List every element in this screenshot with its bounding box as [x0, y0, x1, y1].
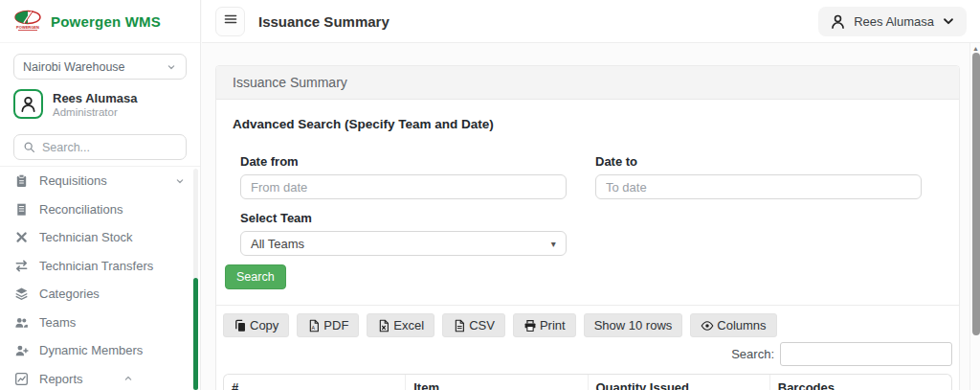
sidebar-item-requisitions[interactable]: Requisitions [0, 167, 200, 195]
main-content: Issuance Summary Advanced Search (Specif… [202, 44, 969, 390]
sidebar-search [13, 134, 187, 160]
sidebar-item-label: Technician Transfers [39, 259, 153, 273]
chevron-down-icon [174, 175, 186, 187]
sidebar-item-label: Technician Stock [39, 230, 133, 244]
users-icon [14, 315, 29, 330]
copy-icon [234, 319, 247, 333]
sidebar-item-label: Reconciliations [39, 202, 122, 217]
chevron-up-icon [122, 373, 134, 384]
advanced-search-title: Advanced Search (Specify Team and Date) [233, 117, 943, 131]
table-search-input[interactable] [780, 342, 952, 366]
user-menu-label: Rees Alumasa [854, 14, 934, 29]
user-plus-icon [14, 343, 29, 357]
date-from-input[interactable] [240, 174, 567, 199]
data-table-header: #ItemQuantity IssuedBarcodes [223, 374, 952, 390]
sidebar-item-label: Teams [39, 315, 76, 330]
date-to-input[interactable] [595, 174, 922, 199]
sidebar-scrollbar [193, 169, 198, 390]
select-team-label: Select Team [240, 211, 580, 225]
toolbar-button-label: Copy [250, 318, 278, 333]
page-scrollbar: ▲ [969, 43, 980, 390]
date-from-label: Date from [240, 154, 580, 169]
column-header-barcodes[interactable]: Barcodes [770, 375, 951, 390]
sidebar-item-technician-stock[interactable]: Technician Stock [0, 223, 200, 252]
sidebar-item-label: Requisitions [39, 173, 107, 188]
brand: POWERGEN Powergen WMS [0, 0, 200, 43]
table-toolbar: CopyAPDFExcelCSVPrintShow 10 rowsColumns [223, 313, 952, 337]
column-header-label: Barcodes [778, 380, 944, 390]
column-header-quantity-issued[interactable]: Quantity Issued [589, 375, 770, 390]
sidebar-menu: RequisitionsReconciliationsTechnician St… [0, 166, 200, 390]
clipboard-icon [14, 173, 29, 188]
team-select-value: All Teams [251, 237, 304, 251]
chevron-down-icon [942, 14, 955, 28]
page-title: Issuance Summary [258, 13, 390, 30]
issuance-summary-card: Issuance Summary Advanced Search (Specif… [215, 65, 960, 390]
sidebar-item-label: Categories [39, 287, 100, 301]
sidebar-scrollbar-thumb[interactable] [193, 278, 198, 390]
print-button[interactable]: Print [513, 313, 576, 337]
chevron-down-icon [166, 61, 177, 73]
sidebar-item-dynamic-members[interactable]: Dynamic Members [0, 336, 200, 365]
user-name: Rees Alumasa [53, 91, 137, 105]
file-csv-icon [453, 319, 466, 333]
sidebar-user: Rees Alumasa Administrator [13, 89, 187, 119]
user-role: Administrator [53, 106, 137, 118]
table-search-label: Search: [731, 347, 774, 361]
sidebar-item-categories[interactable]: Categories [0, 280, 200, 309]
eye-icon [701, 319, 714, 333]
receipt-icon [14, 202, 29, 217]
brand-name: Powergen WMS [51, 13, 161, 30]
toolbar-button-label: CSV [469, 318, 495, 333]
page-scrollbar-thumb[interactable] [972, 53, 980, 335]
file-pdf-icon: A [307, 319, 321, 333]
hamburger-menu-button[interactable] [215, 7, 245, 36]
warehouse-select[interactable]: Nairobi Warehouse [13, 54, 187, 80]
sidebar-search-input[interactable] [42, 141, 177, 154]
excel-button[interactable]: Excel [367, 313, 434, 337]
topbar: Issuance Summary Rees Alumasa [202, 0, 980, 43]
search-icon [23, 141, 35, 153]
column-header-label: # [232, 380, 397, 390]
sidebar-item-technician-transfers[interactable]: Technician Transfers [0, 252, 200, 281]
sidebar-item-label: Dynamic Members [39, 343, 143, 357]
app-root: POWERGEN Powergen WMS Nairobi Warehouse … [0, 0, 980, 390]
user-menu-button[interactable]: Rees Alumasa [818, 7, 967, 36]
hamburger-icon [223, 11, 238, 31]
table-search: Search: [223, 342, 952, 366]
avatar [13, 89, 43, 119]
columns-button[interactable]: Columns [690, 313, 776, 337]
pdf-button[interactable]: APDF [297, 313, 359, 337]
column-header-index[interactable]: # [224, 375, 406, 390]
sidebar-item-reconciliations[interactable]: Reconciliations [0, 195, 200, 224]
tools-icon [14, 230, 29, 244]
svg-text:A: A [312, 324, 316, 330]
toolbar-button-label: Show 10 rows [594, 318, 673, 333]
csv-button[interactable]: CSV [442, 313, 505, 337]
sidebar-item-reports[interactable]: Reports [0, 365, 200, 390]
search-button[interactable]: Search [225, 264, 286, 289]
copy-button[interactable]: Copy [223, 313, 289, 337]
table-section: CopyAPDFExcelCSVPrintShow 10 rowsColumns… [216, 305, 959, 390]
warehouse-select-value: Nairobi Warehouse [23, 60, 125, 74]
advanced-search-panel: Advanced Search (Specify Team and Date) … [216, 100, 959, 305]
transfer-icon [14, 259, 29, 273]
column-header-item[interactable]: Item [406, 375, 588, 390]
person-icon [830, 13, 846, 30]
sidebar: POWERGEN Powergen WMS Nairobi Warehouse … [0, 0, 201, 390]
team-select[interactable]: All Teams ▾ [240, 231, 567, 256]
date-to-label: Date to [595, 154, 935, 169]
sidebar-item-teams[interactable]: Teams [0, 309, 200, 337]
layers-icon [14, 287, 29, 301]
toolbar-button-label: Columns [717, 318, 766, 333]
toolbar-button-label: Excel [393, 318, 424, 333]
toolbar-button-label: PDF [323, 318, 348, 333]
file-excel-icon [377, 319, 390, 333]
card-header: Issuance Summary [216, 66, 959, 100]
column-header-label: Item [413, 380, 579, 390]
show-10-rows-button[interactable]: Show 10 rows [584, 313, 683, 337]
powergen-logo-icon: POWERGEN [13, 10, 42, 33]
scroll-up-arrow[interactable]: ▲ [970, 45, 980, 52]
svg-text:POWERGEN: POWERGEN [16, 25, 39, 30]
chart-icon [14, 372, 29, 386]
